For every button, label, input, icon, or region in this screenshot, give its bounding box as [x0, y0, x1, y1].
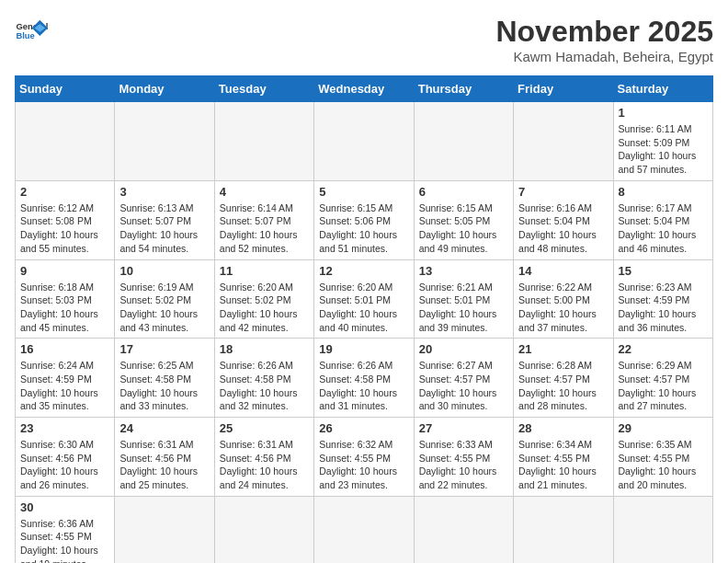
day-number: 14: [518, 264, 608, 278]
day-cell: 3Sunrise: 6:13 AM Sunset: 5:07 PM Daylig…: [115, 180, 214, 259]
day-info: Sunrise: 6:20 AM Sunset: 5:01 PM Dayligh…: [319, 281, 408, 335]
day-info: Sunrise: 6:29 AM Sunset: 4:57 PM Dayligh…: [619, 359, 708, 413]
day-cell: [115, 496, 214, 563]
day-number: 2: [20, 185, 109, 199]
day-cell: 24Sunrise: 6:31 AM Sunset: 4:56 PM Dayli…: [115, 418, 214, 497]
day-number: 28: [518, 421, 608, 435]
day-info: Sunrise: 6:30 AM Sunset: 4:56 PM Dayligh…: [20, 438, 109, 492]
day-number: 15: [619, 264, 708, 278]
day-cell: 29Sunrise: 6:35 AM Sunset: 4:55 PM Dayli…: [613, 418, 712, 497]
day-info: Sunrise: 6:27 AM Sunset: 4:57 PM Dayligh…: [419, 359, 508, 413]
month-title: November 2025: [495, 15, 713, 49]
day-info: Sunrise: 6:19 AM Sunset: 5:02 PM Dayligh…: [119, 281, 209, 335]
logo-icon: General Blue: [15, 15, 48, 48]
day-cell: 2Sunrise: 6:12 AM Sunset: 5:08 PM Daylig…: [16, 180, 115, 259]
day-info: Sunrise: 6:33 AM Sunset: 4:55 PM Dayligh…: [419, 438, 508, 492]
day-number: 19: [319, 342, 408, 356]
day-cell: 9Sunrise: 6:18 AM Sunset: 5:03 PM Daylig…: [16, 259, 115, 339]
day-info: Sunrise: 6:14 AM Sunset: 5:07 PM Dayligh…: [220, 201, 309, 256]
week-row-5: 23Sunrise: 6:30 AM Sunset: 4:56 PM Dayli…: [16, 418, 713, 497]
day-cell: [414, 102, 513, 181]
day-number: 13: [419, 264, 508, 278]
day-cell: 26Sunrise: 6:32 AM Sunset: 4:55 PM Dayli…: [314, 418, 414, 497]
day-number: 20: [419, 342, 508, 356]
day-info: Sunrise: 6:11 AM Sunset: 5:09 PM Dayligh…: [619, 122, 708, 177]
weekday-header-thursday: Thursday: [414, 76, 513, 102]
week-row-2: 2Sunrise: 6:12 AM Sunset: 5:08 PM Daylig…: [16, 180, 713, 259]
day-number: 26: [319, 421, 408, 435]
day-number: 17: [119, 342, 209, 356]
day-info: Sunrise: 6:16 AM Sunset: 5:04 PM Dayligh…: [518, 201, 608, 256]
calendar: SundayMondayTuesdayWednesdayThursdayFrid…: [15, 75, 713, 563]
day-cell: [514, 102, 613, 181]
day-cell: [613, 496, 712, 563]
day-number: 18: [220, 342, 309, 356]
day-number: 9: [20, 264, 109, 278]
day-info: Sunrise: 6:31 AM Sunset: 4:56 PM Dayligh…: [119, 438, 209, 492]
day-info: Sunrise: 6:28 AM Sunset: 4:57 PM Dayligh…: [518, 359, 608, 413]
day-info: Sunrise: 6:21 AM Sunset: 5:01 PM Dayligh…: [419, 281, 508, 335]
day-number: 5: [319, 185, 408, 199]
location-title: Kawm Hamadah, Beheira, Egypt: [495, 49, 713, 64]
day-cell: 16Sunrise: 6:24 AM Sunset: 4:59 PM Dayli…: [16, 339, 115, 418]
day-info: Sunrise: 6:15 AM Sunset: 5:05 PM Dayligh…: [419, 201, 508, 256]
day-cell: 11Sunrise: 6:20 AM Sunset: 5:02 PM Dayli…: [214, 259, 313, 339]
day-cell: 10Sunrise: 6:19 AM Sunset: 5:02 PM Dayli…: [115, 259, 214, 339]
day-number: 23: [20, 421, 109, 435]
day-number: 3: [119, 185, 209, 199]
day-number: 27: [419, 421, 508, 435]
header: General Blue November 2025 Kawm Hamadah,…: [15, 15, 713, 64]
day-cell: 15Sunrise: 6:23 AM Sunset: 4:59 PM Dayli…: [613, 259, 712, 339]
day-number: 30: [20, 500, 109, 514]
day-cell: [314, 496, 414, 563]
weekday-header-row: SundayMondayTuesdayWednesdayThursdayFrid…: [16, 76, 713, 102]
day-info: Sunrise: 6:13 AM Sunset: 5:07 PM Dayligh…: [119, 201, 209, 256]
day-number: 4: [220, 185, 309, 199]
week-row-3: 9Sunrise: 6:18 AM Sunset: 5:03 PM Daylig…: [16, 259, 713, 339]
day-info: Sunrise: 6:24 AM Sunset: 4:59 PM Dayligh…: [20, 359, 109, 413]
day-number: 21: [518, 342, 608, 356]
day-info: Sunrise: 6:31 AM Sunset: 4:56 PM Dayligh…: [220, 438, 309, 492]
week-row-1: 1Sunrise: 6:11 AM Sunset: 5:09 PM Daylig…: [16, 102, 713, 181]
day-cell: 17Sunrise: 6:25 AM Sunset: 4:58 PM Dayli…: [115, 339, 214, 418]
day-cell: [214, 496, 313, 563]
day-cell: 20Sunrise: 6:27 AM Sunset: 4:57 PM Dayli…: [414, 339, 513, 418]
day-cell: [514, 496, 613, 563]
day-number: 7: [518, 185, 608, 199]
day-cell: 23Sunrise: 6:30 AM Sunset: 4:56 PM Dayli…: [16, 418, 115, 497]
day-info: Sunrise: 6:12 AM Sunset: 5:08 PM Dayligh…: [20, 201, 109, 256]
day-number: 6: [419, 185, 508, 199]
day-cell: 6Sunrise: 6:15 AM Sunset: 5:05 PM Daylig…: [414, 180, 513, 259]
day-info: Sunrise: 6:34 AM Sunset: 4:55 PM Dayligh…: [518, 438, 608, 492]
day-info: Sunrise: 6:26 AM Sunset: 4:58 PM Dayligh…: [220, 359, 309, 413]
day-info: Sunrise: 6:17 AM Sunset: 5:04 PM Dayligh…: [619, 201, 708, 256]
day-number: 8: [619, 185, 708, 199]
day-info: Sunrise: 6:22 AM Sunset: 5:00 PM Dayligh…: [518, 281, 608, 335]
day-info: Sunrise: 6:26 AM Sunset: 4:58 PM Dayligh…: [319, 359, 408, 413]
day-cell: 21Sunrise: 6:28 AM Sunset: 4:57 PM Dayli…: [514, 339, 613, 418]
day-cell: 25Sunrise: 6:31 AM Sunset: 4:56 PM Dayli…: [214, 418, 313, 497]
day-cell: [214, 102, 313, 181]
day-number: 22: [619, 342, 708, 356]
day-info: Sunrise: 6:25 AM Sunset: 4:58 PM Dayligh…: [119, 359, 209, 413]
day-info: Sunrise: 6:20 AM Sunset: 5:02 PM Dayligh…: [220, 281, 309, 335]
day-cell: 19Sunrise: 6:26 AM Sunset: 4:58 PM Dayli…: [314, 339, 414, 418]
svg-text:Blue: Blue: [16, 31, 34, 40]
day-number: 29: [619, 421, 708, 435]
day-cell: 14Sunrise: 6:22 AM Sunset: 5:00 PM Dayli…: [514, 259, 613, 339]
day-number: 16: [20, 342, 109, 356]
weekday-header-sunday: Sunday: [16, 76, 115, 102]
day-info: Sunrise: 6:32 AM Sunset: 4:55 PM Dayligh…: [319, 438, 408, 492]
day-cell: 8Sunrise: 6:17 AM Sunset: 5:04 PM Daylig…: [613, 180, 712, 259]
day-cell: 7Sunrise: 6:16 AM Sunset: 5:04 PM Daylig…: [514, 180, 613, 259]
week-row-4: 16Sunrise: 6:24 AM Sunset: 4:59 PM Dayli…: [16, 339, 713, 418]
weekday-header-saturday: Saturday: [613, 76, 712, 102]
day-number: 25: [220, 421, 309, 435]
weekday-header-tuesday: Tuesday: [214, 76, 313, 102]
day-number: 10: [119, 264, 209, 278]
day-number: 11: [220, 264, 309, 278]
day-info: Sunrise: 6:35 AM Sunset: 4:55 PM Dayligh…: [619, 438, 708, 492]
day-cell: 22Sunrise: 6:29 AM Sunset: 4:57 PM Dayli…: [613, 339, 712, 418]
weekday-header-friday: Friday: [514, 76, 613, 102]
weekday-header-wednesday: Wednesday: [314, 76, 414, 102]
